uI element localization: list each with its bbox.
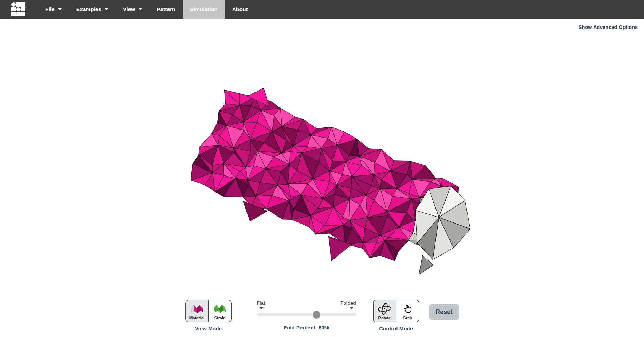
control-mode-segmented: Rotate Grab	[373, 300, 419, 322]
menu-pattern-label: Pattern	[157, 6, 175, 13]
folded-label: Folded	[340, 300, 356, 306]
rotate-button[interactable]: Rotate	[374, 300, 396, 322]
rotate-label: Rotate	[378, 316, 391, 320]
fold-percent-slider[interactable]	[257, 313, 356, 316]
reset-button[interactable]: Reset	[429, 304, 459, 320]
view-mode-group: Material Strain View Mode	[185, 300, 232, 331]
simulation-canvas[interactable]	[0, 0, 644, 337]
strain-label: Strain	[214, 316, 226, 320]
menu-view-label: View	[123, 6, 135, 13]
bottom-controls: Material Strain View Mode Flat	[0, 300, 644, 331]
strain-icon	[213, 303, 227, 315]
dropdown-caret-icon	[58, 8, 62, 10]
menu-pattern[interactable]: Pattern	[149, 0, 182, 19]
main-menu: File Examples View Pattern Simulation Ab…	[38, 0, 255, 19]
flat-target-caret-icon[interactable]	[259, 307, 264, 309]
rotate-icon	[377, 303, 393, 315]
strain-button[interactable]: Strain	[208, 300, 231, 322]
menu-examples[interactable]: Examples	[69, 0, 116, 19]
material-label: Material	[189, 316, 204, 320]
menu-about[interactable]: About	[225, 0, 255, 19]
dropdown-caret-icon	[105, 8, 108, 10]
fold-slider-block: Flat Folded Fold Percent: 60%	[257, 300, 356, 330]
menu-examples-label: Examples	[76, 6, 101, 13]
fold-percent-label: Fold Percent: 60%	[257, 324, 356, 330]
fold-slider-thumb[interactable]	[313, 311, 320, 319]
flat-label: Flat	[257, 300, 265, 306]
menu-about-label: About	[232, 6, 248, 13]
grab-icon	[402, 303, 413, 315]
grab-label: Grab	[403, 316, 412, 320]
view-mode-label: View Mode	[195, 326, 222, 331]
control-mode-label: Control Mode	[379, 326, 413, 331]
top-navbar: File Examples View Pattern Simulation Ab…	[0, 0, 644, 19]
show-advanced-options-link[interactable]: Show Advanced Options	[579, 24, 638, 30]
menu-simulation[interactable]: Simulation	[183, 0, 225, 19]
material-icon	[190, 303, 204, 315]
menu-file-label: File	[45, 6, 55, 13]
grab-button[interactable]: Grab	[396, 300, 419, 322]
menu-view[interactable]: View	[116, 0, 149, 19]
folded-target-caret-icon[interactable]	[350, 307, 354, 309]
control-mode-group: Rotate Grab Control Mode	[373, 300, 419, 331]
menu-simulation-label: Simulation	[190, 6, 218, 13]
menu-file[interactable]: File	[38, 0, 69, 19]
view-mode-segmented: Material Strain	[185, 300, 232, 322]
app-logo-icon[interactable]	[11, 2, 25, 16]
dropdown-caret-icon	[139, 8, 142, 10]
material-button[interactable]: Material	[186, 300, 208, 322]
